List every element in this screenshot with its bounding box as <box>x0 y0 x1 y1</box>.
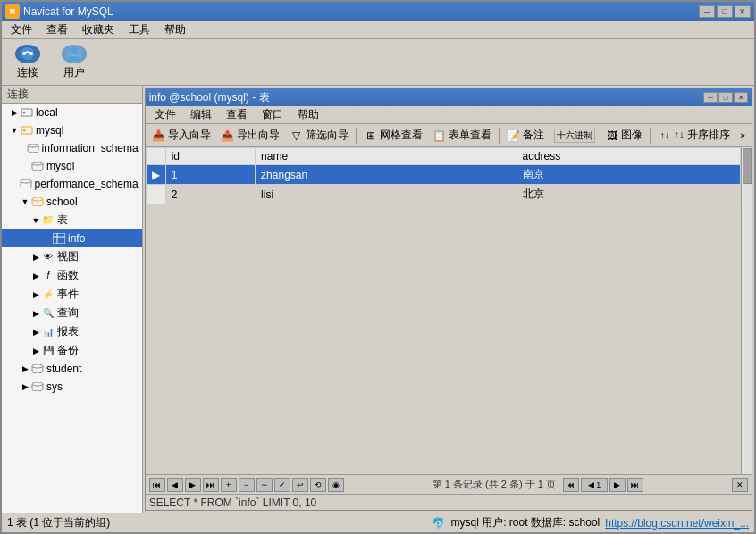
table-scroll-area[interactable]: id name address ▶ 1 zhangsan 南京 <box>146 147 741 474</box>
events-icon: ⚡ <box>41 288 55 302</box>
table-wrapper: id name address ▶ 1 zhangsan 南京 <box>146 147 752 474</box>
inner-close-button[interactable]: ✕ <box>734 92 748 103</box>
col-header-address[interactable]: address <box>517 148 740 165</box>
inner-menu-window[interactable]: 窗口 <box>255 105 290 124</box>
sidebar-item-info-table[interactable]: info <box>2 229 142 247</box>
nav-options-button[interactable]: ◉ <box>328 478 344 492</box>
inner-menu-view[interactable]: 查看 <box>219 105 255 124</box>
expand-sys[interactable]: ▶ <box>20 382 30 391</box>
nav-duplicate-button[interactable]: ∼ <box>256 478 273 492</box>
sidebar-item-mysql-connection[interactable]: ▼ mysql <box>2 121 142 139</box>
expand-events[interactable]: ▶ <box>30 290 41 299</box>
hex-button[interactable]: 十六进制 <box>550 127 600 145</box>
nav-last-button[interactable]: ⏭ <box>203 478 219 492</box>
sidebar-body[interactable]: ▶ local ▼ mysql <box>2 104 142 513</box>
import-wizard-button[interactable]: 📥 导入向导 <box>147 127 215 145</box>
expand-mysql[interactable]: ▼ <box>9 126 20 135</box>
mysql-db-label: mysql <box>46 160 74 172</box>
expand-local[interactable]: ▶ <box>9 108 20 117</box>
close-button[interactable]: ✕ <box>735 5 751 18</box>
filter-wizard-button[interactable]: ▽ 筛选向导 <box>285 127 353 145</box>
grid-view-button[interactable]: ⊞ 网格查看 <box>359 127 427 145</box>
export-wizard-button[interactable]: 📤 导出向导 <box>216 127 284 145</box>
svg-point-8 <box>28 144 38 147</box>
form-view-button[interactable]: 📋 表单查看 <box>428 127 496 145</box>
table-row[interactable]: ▶ 1 zhangsan 南京 <box>146 165 740 185</box>
user-button[interactable]: 用户 <box>52 42 97 83</box>
cell-name-2[interactable]: lisi <box>256 185 517 204</box>
expand-school[interactable]: ▼ <box>20 197 30 206</box>
sidebar-item-views[interactable]: ▶ 👁 视图 <box>2 247 142 266</box>
menu-view[interactable]: 查看 <box>39 21 75 39</box>
nav-next-button[interactable]: ▶ <box>185 478 201 492</box>
sidebar-item-backup[interactable]: ▶ 💾 备份 <box>2 341 142 360</box>
menu-help[interactable]: 帮助 <box>157 21 193 39</box>
nav-apply-button[interactable]: ✓ <box>274 478 290 492</box>
inner-minimize-button[interactable]: ─ <box>703 92 718 103</box>
expand-queries[interactable]: ▶ <box>30 309 41 318</box>
sidebar-item-functions[interactable]: ▶ f 函数 <box>2 266 142 285</box>
sidebar-item-sys[interactable]: ▶ sys <box>2 378 142 396</box>
nav-first-button[interactable]: ⏮ <box>149 478 165 492</box>
page-num-button[interactable]: ◀ 1 <box>581 478 608 492</box>
note-button[interactable]: 📝 备注 <box>502 127 549 145</box>
nav-add-button[interactable]: + <box>221 478 237 492</box>
expand-backup[interactable]: ▶ <box>30 346 41 355</box>
views-label: 视图 <box>57 249 79 264</box>
tables-label: 表 <box>57 213 68 228</box>
col-header-id[interactable]: id <box>165 148 255 165</box>
toolbar-sep-2 <box>499 128 500 144</box>
col-header-name[interactable]: name <box>256 148 517 165</box>
scrollbar-thumb[interactable] <box>743 148 752 184</box>
nav-refresh-button[interactable]: ⟲ <box>310 478 326 492</box>
sort-button[interactable]: ↑↓ ↑↓ 升序排序 <box>653 127 735 145</box>
sidebar-item-information-schema[interactable]: information_schema <box>2 139 142 157</box>
image-button[interactable]: 🖼 图像 <box>601 127 647 145</box>
sidebar-item-tables[interactable]: ▼ 📁 表 <box>2 211 142 229</box>
nav-prev-button[interactable]: ◀ <box>167 478 183 492</box>
cell-id-2[interactable]: 2 <box>165 185 255 204</box>
inner-menu-edit[interactable]: 编辑 <box>183 105 219 124</box>
sidebar-item-student[interactable]: ▶ student <box>2 360 142 378</box>
menu-tools[interactable]: 工具 <box>122 21 157 39</box>
cell-id-1[interactable]: 1 <box>165 165 255 185</box>
expand-tables[interactable]: ▼ <box>30 216 41 225</box>
svg-point-10 <box>21 179 31 183</box>
sidebar-item-mysql-db[interactable]: mysql <box>2 157 142 175</box>
toolbar-sep-1 <box>356 128 357 144</box>
cell-address-2[interactable]: 北京 <box>517 185 740 204</box>
user-icon <box>62 45 87 63</box>
page-first-button[interactable]: ⏮ <box>563 478 579 492</box>
nav-discard-button[interactable]: ↩ <box>292 478 308 492</box>
close-table-button[interactable]: ✕ <box>732 478 748 492</box>
cell-name-1[interactable]: zhangsan <box>256 165 517 185</box>
inner-menu-help[interactable]: 帮助 <box>290 105 326 124</box>
sidebar-item-performance-schema[interactable]: performance_schema <box>2 175 142 193</box>
inner-maximize-button[interactable]: □ <box>718 92 733 103</box>
status-url: https://blog.csdn.net/weixin_... <box>605 517 749 530</box>
sidebar-item-events[interactable]: ▶ ⚡ 事件 <box>2 285 142 304</box>
sidebar-item-reports[interactable]: ▶ 📊 报表 <box>2 322 142 341</box>
connect-button[interactable]: 连接 <box>5 42 50 83</box>
expand-reports[interactable]: ▶ <box>30 328 41 337</box>
maximize-button[interactable]: □ <box>717 5 733 18</box>
cell-address-1[interactable]: 南京 <box>517 165 740 185</box>
toolbar-expand-button[interactable]: » <box>735 127 750 145</box>
expand-views[interactable]: ▶ <box>30 253 41 262</box>
minimize-button[interactable]: ─ <box>699 5 715 18</box>
menu-favorites[interactable]: 收藏夹 <box>75 21 122 39</box>
vertical-scrollbar[interactable] <box>741 147 752 474</box>
page-next-button[interactable]: ▶ <box>609 478 626 492</box>
sidebar-item-queries[interactable]: ▶ 🔍 查询 <box>2 304 142 322</box>
inner-menu-file[interactable]: 文件 <box>147 105 183 124</box>
page-last-button[interactable]: ⏭ <box>627 478 643 492</box>
nav-delete-button[interactable]: − <box>239 478 255 492</box>
row-arrow-1: ▶ <box>146 165 165 185</box>
menu-file[interactable]: 文件 <box>4 21 39 39</box>
table-row[interactable]: 2 lisi 北京 <box>146 185 740 204</box>
expand-student[interactable]: ▶ <box>20 364 30 373</box>
sidebar-item-local[interactable]: ▶ local <box>2 104 142 121</box>
expand-functions[interactable]: ▶ <box>30 271 41 280</box>
reports-icon: 📊 <box>41 325 55 339</box>
sidebar-item-school[interactable]: ▼ school <box>2 193 142 211</box>
